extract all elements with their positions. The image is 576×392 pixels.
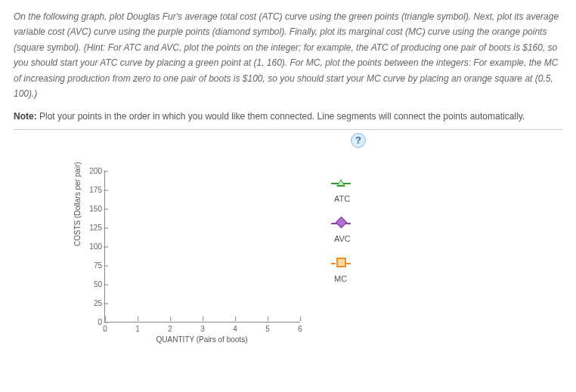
help-icon[interactable]: ? [351,133,366,148]
ytick: 175 [81,184,102,196]
triangle-icon [331,179,351,187]
ytick: 25 [81,297,102,310]
note-line: Note: Plot your points in the order in w… [14,109,562,124]
ytick: 100 [81,240,102,253]
plot-area[interactable]: 0 25 50 75 100 125 150 175 200 0 1 2 3 4… [104,171,300,323]
legend: ATC AVC MC [331,171,351,344]
x-axis-label: QUANTITY (Pairs of boots) [104,333,299,346]
note-text: Plot your points in the order in which y… [37,111,525,122]
legend-label-mc: MC [334,272,351,297]
ytick: 125 [81,221,102,234]
ytick: 200 [81,165,102,177]
instructions-paragraph: On the following graph, plot Douglas Fur… [14,9,562,101]
diamond-icon [331,218,351,227]
square-icon [331,258,351,267]
note-label: Note: [14,111,37,122]
legend-label-avc: AVC [334,232,351,257]
legend-item-atc[interactable] [331,177,351,189]
legend-item-avc[interactable] [331,217,351,229]
ytick: 0 [81,316,102,329]
ytick: 50 [81,278,102,291]
ytick: 75 [81,259,102,272]
legend-label-atc: ATC [334,192,351,217]
ytick: 150 [81,202,102,215]
cost-chart[interactable]: COSTS (Dollars per pair) 0 25 50 75 100 … [74,171,308,344]
legend-item-mc[interactable] [331,257,351,269]
